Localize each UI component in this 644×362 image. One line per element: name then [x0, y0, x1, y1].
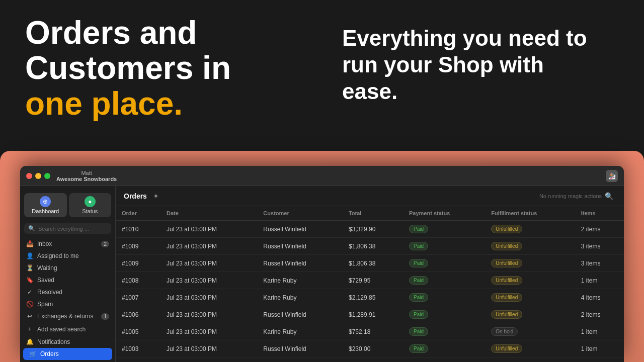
orders-table: Order Date Customer Total Payment status… [116, 206, 624, 357]
sidebar-item-exchanges[interactable]: ↩ Exchanges & returns 1 [20, 310, 115, 322]
table-body: #1010 Jul 23 at 03:00 PM Russell Winfiel… [116, 221, 624, 357]
cell-total: $1,806.38 [343, 255, 403, 272]
table-row[interactable]: #1009 Jul 23 at 03:00 PM Russell Winfiel… [116, 238, 624, 255]
cell-total: $3,329.90 [343, 221, 403, 238]
assigned-label: Assigned to me [37, 252, 79, 259]
hero-left: Orders and Customers in one place. [25, 15, 277, 121]
spam-icon: 🚫 [26, 301, 33, 308]
table-row[interactable]: #1008 Jul 23 at 03:00 PM Karine Ruby $72… [116, 272, 624, 289]
cell-customer: Karine Ruby [257, 323, 343, 340]
title-bar: Matt Awesome Snowboards 🏂 [20, 166, 624, 186]
cell-total: $2,129.85 [343, 289, 403, 306]
cell-fulfillment: Unfulfilled [485, 289, 575, 306]
cell-items: 1 item [575, 272, 624, 289]
sidebar-item-resolved[interactable]: ✓ Resolved [20, 286, 115, 298]
hero-right: Everything you need to run your Shop wit… [342, 25, 604, 105]
cell-date: Jul 23 at 03:00 PM [160, 272, 257, 289]
cell-customer: Karine Ruby [257, 289, 343, 306]
cell-customer: Russell Winfield [257, 221, 343, 238]
maximize-button[interactable] [44, 173, 50, 179]
content-area: Orders ✦ No running magic actions 🔍 Orde… [116, 186, 624, 362]
cell-payment: Paid [403, 340, 485, 357]
search-box[interactable]: 🔍 Search everything ... [24, 223, 111, 234]
cell-fulfillment: Unfulfilled [485, 238, 575, 255]
minimize-button[interactable] [35, 173, 41, 179]
cell-customer: Russell Winfield [257, 255, 343, 272]
dashboard-icon: ⊕ [40, 196, 51, 207]
sidebar-item-spam[interactable]: 🚫 Spam [20, 298, 115, 310]
cell-payment: Paid [403, 221, 485, 238]
spam-label: Spam [37, 301, 53, 308]
shop-name: Awesome Snowboards [56, 176, 117, 182]
sidebar-item-customers[interactable]: 👥 Customers [20, 360, 115, 362]
waiting-label: Waiting [37, 264, 57, 272]
cell-payment: Paid [403, 323, 485, 340]
table-row[interactable]: #1006 Jul 23 at 03:00 PM Russell Winfiel… [116, 306, 624, 323]
cell-items: 2 items [575, 221, 624, 238]
main-layout: ⊕ Dashboard ● Status 🔍 Search everything… [20, 186, 624, 362]
cell-total: $230.00 [343, 340, 403, 357]
cell-order: #1009 [116, 238, 160, 255]
status-icon: ● [85, 196, 96, 207]
cell-payment: Paid [403, 289, 485, 306]
cell-fulfillment: Unfulfilled [485, 272, 575, 289]
notifications-label: Notifications [37, 338, 70, 345]
cell-order: #1010 [116, 221, 160, 238]
cell-total: $1,289.91 [343, 306, 403, 323]
col-order: Order [116, 206, 160, 221]
cell-order: #1005 [116, 323, 160, 340]
sidebar-item-notifications[interactable]: 🔔 Notifications [20, 336, 115, 348]
waiting-icon: ⏳ [26, 264, 33, 272]
orders-label: Orders [40, 350, 59, 357]
cell-order: #1009 [116, 255, 160, 272]
inbox-badge: 2 [101, 241, 109, 247]
table-row[interactable]: #1007 Jul 23 at 03:00 PM Karine Ruby $2,… [116, 289, 624, 306]
sidebar-top-buttons: ⊕ Dashboard ● Status [20, 190, 115, 220]
sidebar-item-assigned[interactable]: 👤 Assigned to me [20, 250, 115, 262]
cell-total: $752.18 [343, 323, 403, 340]
add-saved-icon: ＋ [26, 325, 33, 333]
sidebar-item-orders[interactable]: 🛒 Orders [23, 348, 112, 360]
table-header: Order Date Customer Total Payment status… [116, 206, 624, 221]
col-total: Total [343, 206, 403, 221]
sidebar-item-saved[interactable]: 🔖 Saved [20, 274, 115, 286]
search-button[interactable]: 🔍 [602, 189, 616, 203]
exchanges-badge: 1 [101, 313, 109, 320]
cell-fulfillment: Unfulfilled [485, 340, 575, 357]
dashboard-button[interactable]: ⊕ Dashboard [24, 193, 67, 217]
hero-subtitle: Everything you need to run your Shop wit… [342, 25, 604, 105]
sidebar-item-add-saved[interactable]: ＋ Add saved search [20, 322, 115, 336]
cell-date: Jul 23 at 03:00 PM [160, 289, 257, 306]
status-button[interactable]: ● Status [69, 193, 112, 217]
col-items: Items [575, 206, 624, 221]
title-bar-info: Matt Awesome Snowboards [56, 170, 117, 182]
col-payment: Payment status [403, 206, 485, 221]
table-row[interactable]: #1005 Jul 23 at 03:00 PM Karine Ruby $75… [116, 323, 624, 340]
cell-customer: Russell Winfield [257, 340, 343, 357]
orders-table-container: Order Date Customer Total Payment status… [116, 206, 624, 362]
cell-date: Jul 23 at 03:00 PM [160, 340, 257, 357]
sidebar-item-inbox[interactable]: 📥 Inbox 2 [20, 238, 115, 250]
sidebar-item-waiting[interactable]: ⏳ Waiting [20, 262, 115, 274]
table-row[interactable]: #1009 Jul 23 at 03:00 PM Russell Winfiel… [116, 255, 624, 272]
user-name: Matt [81, 170, 92, 176]
cell-payment: Paid [403, 306, 485, 323]
resolved-icon: ✓ [26, 289, 33, 296]
cell-items: 2 items [575, 306, 624, 323]
cell-payment: Paid [403, 272, 485, 289]
exchanges-label: Exchanges & returns [37, 313, 93, 320]
inbox-label: Inbox [37, 240, 52, 247]
cell-total: $729.95 [343, 272, 403, 289]
search-icon: 🔍 [28, 225, 35, 232]
close-button[interactable] [26, 173, 32, 179]
cell-items: 1 item [575, 323, 624, 340]
cell-date: Jul 23 at 03:00 PM [160, 255, 257, 272]
cell-items: 1 item [575, 340, 624, 357]
table-row[interactable]: #1010 Jul 23 at 03:00 PM Russell Winfiel… [116, 221, 624, 238]
traffic-lights [26, 173, 50, 179]
table-row[interactable]: #1003 Jul 23 at 03:00 PM Russell Winfiel… [116, 340, 624, 357]
dashboard-label: Dashboard [32, 208, 59, 214]
cell-items: 3 items [575, 255, 624, 272]
inbox-icon: 📥 [26, 240, 33, 247]
cell-order: #1007 [116, 289, 160, 306]
